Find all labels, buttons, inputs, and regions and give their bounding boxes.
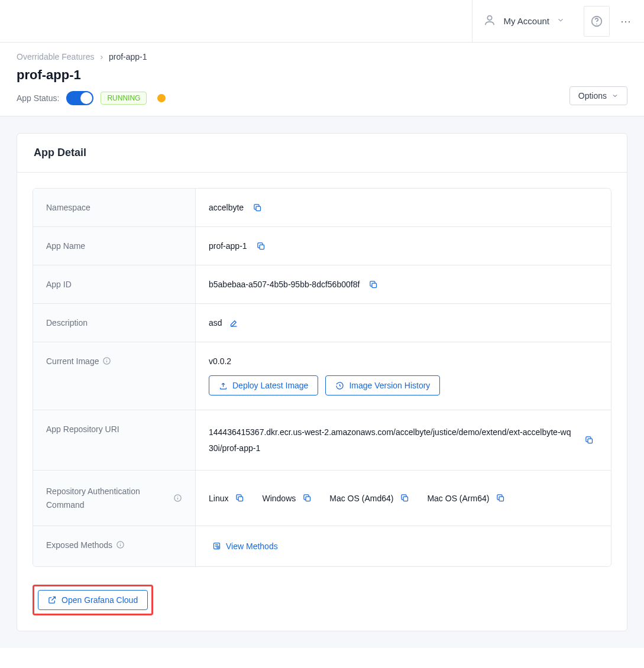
list-icon xyxy=(212,541,221,550)
breadcrumb-separator: › xyxy=(100,52,103,61)
copy-icon[interactable] xyxy=(257,242,266,251)
namespace-text: accelbyte xyxy=(209,203,244,212)
detail-table: Namespace accelbyte App Name prof-app-1 … xyxy=(33,188,611,567)
account-label: My Account xyxy=(503,16,549,26)
row-repo-uri: App Repository URI 144436415367.dkr.ecr.… xyxy=(33,410,611,471)
deploy-latest-button[interactable]: Deploy Latest Image xyxy=(209,375,318,395)
exposed-label-text: Exposed Methods xyxy=(46,540,112,550)
upload-icon xyxy=(219,381,228,390)
open-grafana-button[interactable]: Open Grafana Cloud xyxy=(38,590,148,610)
label-exposed: Exposed Methods xyxy=(33,526,196,566)
page-title: prof-app-1 xyxy=(17,67,627,83)
current-image-text: v0.0.2 xyxy=(209,356,231,366)
external-link-icon xyxy=(48,595,57,604)
info-icon[interactable] xyxy=(102,356,111,365)
breadcrumb-root[interactable]: Overridable Features xyxy=(17,52,95,61)
auth-mac-arm: Mac OS (Arm64) xyxy=(427,494,505,503)
value-app-name: prof-app-1 xyxy=(196,227,611,265)
app-id-text: b5abebaa-a507-4b5b-95bb-8dcf56b00f8f xyxy=(209,280,360,289)
breadcrumb-current: prof-app-1 xyxy=(109,52,147,61)
value-exposed: View Methods xyxy=(196,526,611,566)
copy-icon[interactable] xyxy=(496,494,505,502)
auth-linux: Linux xyxy=(209,494,244,503)
row-exposed-methods: Exposed Methods View Methods xyxy=(33,526,611,566)
info-icon[interactable] xyxy=(116,540,125,549)
auth-linux-label: Linux xyxy=(209,494,228,503)
account-menu[interactable]: My Account xyxy=(472,0,575,42)
auth-windows-label: Windows xyxy=(262,494,296,503)
copy-icon[interactable] xyxy=(303,494,312,502)
label-namespace: Namespace xyxy=(33,189,196,226)
auth-mac-arm-label: Mac OS (Arm64) xyxy=(427,494,489,503)
repo-uri-text: 144436415367.dkr.ecr.us-west-2.amazonaws… xyxy=(209,424,575,456)
content-area: App Detail Namespace accelbyte App Name … xyxy=(0,116,644,648)
label-description: Description xyxy=(33,304,196,342)
copy-icon[interactable] xyxy=(400,494,409,502)
copy-icon[interactable] xyxy=(585,436,594,445)
row-description: Description asd xyxy=(33,304,611,342)
view-methods-label: View Methods xyxy=(226,541,278,551)
copy-icon[interactable] xyxy=(235,494,244,502)
label-current-image: Current Image xyxy=(33,342,196,410)
image-history-button[interactable]: Image Version History xyxy=(325,375,440,395)
auth-mac-amd: Mac OS (Amd64) xyxy=(329,494,409,503)
grafana-label: Open Grafana Cloud xyxy=(62,595,138,605)
edit-icon[interactable] xyxy=(229,319,238,327)
image-buttons: Deploy Latest Image Image Version Histor… xyxy=(209,375,440,395)
app-detail-card: App Detail Namespace accelbyte App Name … xyxy=(17,133,627,631)
description-text: asd xyxy=(209,318,222,327)
row-app-name: App Name prof-app-1 xyxy=(33,227,611,265)
info-icon[interactable] xyxy=(173,494,182,502)
options-label: Options xyxy=(578,91,607,100)
view-methods-link[interactable]: View Methods xyxy=(212,540,278,552)
card-body: Namespace accelbyte App Name prof-app-1 … xyxy=(17,173,627,631)
row-repo-auth: Repository Authentication Command Linux … xyxy=(33,471,611,526)
history-label: Image Version History xyxy=(349,381,430,390)
label-app-id: App ID xyxy=(33,265,196,303)
value-current-image: v0.0.2 Deploy Latest Image Image Version… xyxy=(196,342,611,410)
row-namespace: Namespace accelbyte xyxy=(33,189,611,227)
app-status-toggle[interactable] xyxy=(66,91,93,105)
repo-auth-label-text: Repository Authentication Command xyxy=(46,485,170,511)
app-name-text: prof-app-1 xyxy=(209,241,247,251)
label-app-name: App Name xyxy=(33,227,196,265)
label-repo-uri: App Repository URI xyxy=(33,410,196,470)
app-status-label: App Status: xyxy=(17,93,59,103)
page-header: Overridable Features › prof-app-1 prof-a… xyxy=(0,43,644,116)
warning-icon[interactable] xyxy=(157,94,166,102)
label-repo-auth: Repository Authentication Command xyxy=(33,471,196,526)
user-icon xyxy=(483,14,496,28)
history-icon xyxy=(335,381,344,390)
breadcrumb: Overridable Features › prof-app-1 xyxy=(17,52,627,61)
chevron-down-icon xyxy=(556,16,565,26)
auth-windows: Windows xyxy=(262,494,312,503)
running-badge: RUNNING xyxy=(101,92,147,105)
copy-icon[interactable] xyxy=(369,280,378,289)
options-button[interactable]: Options xyxy=(569,86,627,105)
auth-mac-amd-label: Mac OS (Amd64) xyxy=(329,494,393,503)
card-title: App Detail xyxy=(17,134,627,173)
grafana-highlight: Open Grafana Cloud xyxy=(33,585,153,615)
more-menu-button[interactable]: ⋯ xyxy=(620,15,632,28)
value-repo-uri: 144436415367.dkr.ecr.us-west-2.amazonaws… xyxy=(196,410,611,470)
copy-icon[interactable] xyxy=(253,203,262,212)
current-image-label-text: Current Image xyxy=(46,356,99,366)
value-app-id: b5abebaa-a507-4b5b-95bb-8dcf56b00f8f xyxy=(196,265,611,303)
chevron-down-icon xyxy=(611,92,619,99)
help-button[interactable] xyxy=(584,6,610,37)
deploy-label: Deploy Latest Image xyxy=(232,381,308,390)
value-repo-auth: Linux Windows Mac OS (Amd64) Mac OS xyxy=(196,471,611,526)
row-app-id: App ID b5abebaa-a507-4b5b-95bb-8dcf56b00… xyxy=(33,265,611,304)
row-current-image: Current Image v0.0.2 Deploy Latest Image xyxy=(33,342,611,410)
value-namespace: accelbyte xyxy=(196,189,611,226)
topbar: My Account ⋯ xyxy=(0,0,644,43)
status-row: App Status: RUNNING xyxy=(17,91,627,105)
value-description: asd xyxy=(196,304,611,342)
